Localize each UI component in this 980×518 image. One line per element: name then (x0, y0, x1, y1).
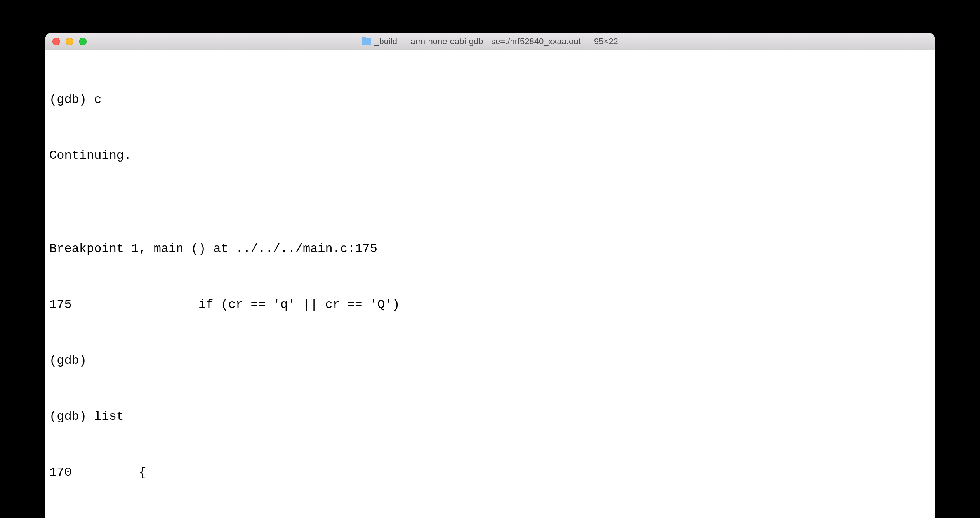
minimize-button[interactable] (66, 38, 73, 45)
folder-icon (362, 38, 371, 45)
terminal-line: (gdb) list (49, 407, 931, 426)
terminal-line: Breakpoint 1, main () at ../../../main.c… (49, 240, 931, 258)
terminal-line: (gdb) (49, 351, 931, 370)
terminal-line: Continuing. (49, 146, 931, 165)
terminal-line: (gdb) c (49, 90, 931, 109)
terminal-content[interactable]: (gdb) c Continuing. Breakpoint 1, main (… (45, 50, 935, 518)
terminal-line: 175 if (cr == 'q' || cr == 'Q') (49, 296, 931, 314)
traffic-lights (45, 38, 87, 45)
window-title: _build — arm-none-eabi-gdb --se=./nrf528… (374, 37, 618, 47)
close-button[interactable] (52, 38, 60, 45)
terminal-line: 170 { (49, 463, 931, 482)
terminal-window: _build — arm-none-eabi-gdb --se=./nrf528… (45, 33, 935, 518)
title-wrap: _build — arm-none-eabi-gdb --se=./nrf528… (45, 37, 935, 47)
maximize-button[interactable] (79, 38, 87, 45)
titlebar: _build — arm-none-eabi-gdb --se=./nrf528… (45, 33, 935, 50)
